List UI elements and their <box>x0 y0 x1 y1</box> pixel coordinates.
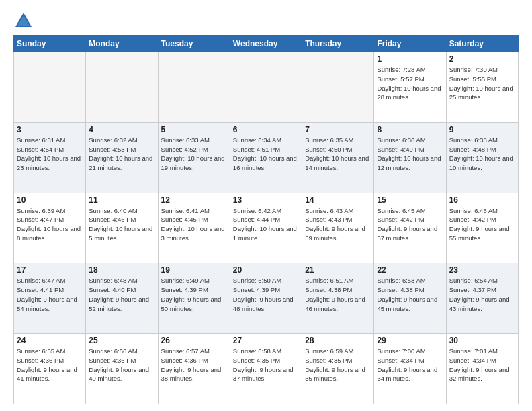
day-number: 22 <box>377 265 443 275</box>
week-row-3: 17Sunrise: 6:47 AM Sunset: 4:41 PM Dayli… <box>14 263 519 334</box>
day-info: Sunrise: 6:58 AM Sunset: 4:35 PM Dayligh… <box>233 347 299 383</box>
day-info: Sunrise: 6:38 AM Sunset: 4:48 PM Dayligh… <box>449 136 515 173</box>
calendar-cell <box>86 52 158 123</box>
logo-icon <box>13 11 34 31</box>
weekday-header-sunday: Sunday <box>14 36 86 52</box>
day-info: Sunrise: 6:55 AM Sunset: 4:36 PM Dayligh… <box>17 347 83 383</box>
calendar-cell: 4Sunrise: 6:32 AM Sunset: 4:53 PM Daylig… <box>86 122 158 193</box>
calendar-cell: 23Sunrise: 6:54 AM Sunset: 4:37 PM Dayli… <box>446 263 518 334</box>
day-info: Sunrise: 7:28 AM Sunset: 5:57 PM Dayligh… <box>377 65 443 102</box>
weekday-header-tuesday: Tuesday <box>158 36 230 52</box>
weekday-header-row: SundayMondayTuesdayWednesdayThursdayFrid… <box>14 36 519 52</box>
calendar-cell: 9Sunrise: 6:38 AM Sunset: 4:48 PM Daylig… <box>446 122 518 193</box>
weekday-header-thursday: Thursday <box>302 36 374 52</box>
day-info: Sunrise: 6:42 AM Sunset: 4:44 PM Dayligh… <box>233 206 299 243</box>
calendar-cell: 24Sunrise: 6:55 AM Sunset: 4:36 PM Dayli… <box>14 334 86 404</box>
day-number: 15 <box>377 195 443 205</box>
day-info: Sunrise: 6:36 AM Sunset: 4:49 PM Dayligh… <box>377 136 443 173</box>
day-number: 20 <box>233 265 299 275</box>
calendar-cell: 2Sunrise: 7:30 AM Sunset: 5:55 PM Daylig… <box>446 52 518 123</box>
weekday-header-monday: Monday <box>86 36 158 52</box>
calendar-cell: 18Sunrise: 6:48 AM Sunset: 4:40 PM Dayli… <box>86 263 158 334</box>
day-number: 13 <box>233 195 299 205</box>
day-info: Sunrise: 6:41 AM Sunset: 4:45 PM Dayligh… <box>161 206 227 243</box>
weekday-header-friday: Friday <box>374 36 446 52</box>
day-number: 12 <box>161 195 227 205</box>
day-info: Sunrise: 6:54 AM Sunset: 4:37 PM Dayligh… <box>449 276 515 313</box>
day-number: 16 <box>449 195 515 205</box>
calendar-cell: 28Sunrise: 6:59 AM Sunset: 4:35 PM Dayli… <box>302 334 374 404</box>
day-number: 28 <box>305 336 371 345</box>
day-info: Sunrise: 6:45 AM Sunset: 4:42 PM Dayligh… <box>377 206 443 243</box>
day-number: 26 <box>161 336 227 345</box>
day-info: Sunrise: 6:51 AM Sunset: 4:38 PM Dayligh… <box>305 276 371 313</box>
calendar-cell: 29Sunrise: 7:00 AM Sunset: 4:34 PM Dayli… <box>374 334 446 404</box>
calendar-cell <box>230 52 302 123</box>
day-info: Sunrise: 6:49 AM Sunset: 4:39 PM Dayligh… <box>161 276 227 313</box>
day-info: Sunrise: 6:48 AM Sunset: 4:40 PM Dayligh… <box>89 276 154 313</box>
day-info: Sunrise: 7:01 AM Sunset: 4:34 PM Dayligh… <box>449 347 515 383</box>
day-number: 19 <box>161 265 227 275</box>
day-info: Sunrise: 6:53 AM Sunset: 4:38 PM Dayligh… <box>377 276 443 313</box>
week-row-2: 10Sunrise: 6:39 AM Sunset: 4:47 PM Dayli… <box>14 193 519 263</box>
day-number: 6 <box>233 125 299 134</box>
day-info: Sunrise: 6:50 AM Sunset: 4:39 PM Dayligh… <box>233 276 299 313</box>
calendar-cell <box>302 52 374 123</box>
calendar-cell: 8Sunrise: 6:36 AM Sunset: 4:49 PM Daylig… <box>374 122 446 193</box>
week-row-1: 3Sunrise: 6:31 AM Sunset: 4:54 PM Daylig… <box>14 122 519 193</box>
calendar-cell <box>14 52 86 123</box>
day-number: 23 <box>449 265 515 275</box>
day-number: 25 <box>89 336 154 345</box>
weekday-header-wednesday: Wednesday <box>230 36 302 52</box>
day-info: Sunrise: 6:47 AM Sunset: 4:41 PM Dayligh… <box>17 276 83 313</box>
calendar-cell: 30Sunrise: 7:01 AM Sunset: 4:34 PM Dayli… <box>446 334 518 404</box>
day-number: 21 <box>305 265 371 275</box>
day-number: 11 <box>89 195 154 205</box>
calendar-cell <box>158 52 230 123</box>
calendar-cell: 17Sunrise: 6:47 AM Sunset: 4:41 PM Dayli… <box>14 263 86 334</box>
day-number: 10 <box>17 195 83 205</box>
day-number: 4 <box>89 125 154 134</box>
day-number: 9 <box>449 125 515 134</box>
day-info: Sunrise: 6:40 AM Sunset: 4:46 PM Dayligh… <box>89 206 154 243</box>
day-info: Sunrise: 6:34 AM Sunset: 4:51 PM Dayligh… <box>233 136 299 173</box>
logo <box>13 11 36 31</box>
calendar-cell: 21Sunrise: 6:51 AM Sunset: 4:38 PM Dayli… <box>302 263 374 334</box>
calendar-cell: 15Sunrise: 6:45 AM Sunset: 4:42 PM Dayli… <box>374 193 446 263</box>
day-number: 14 <box>305 195 371 205</box>
day-number: 30 <box>449 336 515 345</box>
day-number: 17 <box>17 265 83 275</box>
week-row-0: 1Sunrise: 7:28 AM Sunset: 5:57 PM Daylig… <box>14 52 519 123</box>
day-info: Sunrise: 6:32 AM Sunset: 4:53 PM Dayligh… <box>89 136 154 173</box>
page: SundayMondayTuesdayWednesdayThursdayFrid… <box>0 0 532 411</box>
calendar-cell: 26Sunrise: 6:57 AM Sunset: 4:36 PM Dayli… <box>158 334 230 404</box>
day-number: 29 <box>377 336 443 345</box>
day-info: Sunrise: 6:56 AM Sunset: 4:36 PM Dayligh… <box>89 347 154 383</box>
day-info: Sunrise: 6:46 AM Sunset: 4:42 PM Dayligh… <box>449 206 515 243</box>
calendar-cell: 13Sunrise: 6:42 AM Sunset: 4:44 PM Dayli… <box>230 193 302 263</box>
weekday-header-saturday: Saturday <box>446 36 518 52</box>
day-number: 2 <box>449 54 515 64</box>
day-info: Sunrise: 6:35 AM Sunset: 4:50 PM Dayligh… <box>305 136 371 173</box>
day-info: Sunrise: 6:59 AM Sunset: 4:35 PM Dayligh… <box>305 347 371 383</box>
calendar-cell: 14Sunrise: 6:43 AM Sunset: 4:43 PM Dayli… <box>302 193 374 263</box>
day-number: 7 <box>305 125 371 134</box>
day-number: 8 <box>377 125 443 134</box>
day-info: Sunrise: 7:00 AM Sunset: 4:34 PM Dayligh… <box>377 347 443 383</box>
day-info: Sunrise: 6:31 AM Sunset: 4:54 PM Dayligh… <box>17 136 83 173</box>
calendar-cell: 3Sunrise: 6:31 AM Sunset: 4:54 PM Daylig… <box>14 122 86 193</box>
header <box>13 11 519 31</box>
calendar-cell: 22Sunrise: 6:53 AM Sunset: 4:38 PM Dayli… <box>374 263 446 334</box>
calendar-cell: 5Sunrise: 6:33 AM Sunset: 4:52 PM Daylig… <box>158 122 230 193</box>
day-info: Sunrise: 6:43 AM Sunset: 4:43 PM Dayligh… <box>305 206 371 243</box>
calendar-cell: 19Sunrise: 6:49 AM Sunset: 4:39 PM Dayli… <box>158 263 230 334</box>
day-number: 1 <box>377 54 443 64</box>
day-info: Sunrise: 7:30 AM Sunset: 5:55 PM Dayligh… <box>449 65 515 102</box>
day-number: 5 <box>161 125 227 134</box>
calendar-cell: 10Sunrise: 6:39 AM Sunset: 4:47 PM Dayli… <box>14 193 86 263</box>
week-row-4: 24Sunrise: 6:55 AM Sunset: 4:36 PM Dayli… <box>14 334 519 404</box>
calendar-cell: 1Sunrise: 7:28 AM Sunset: 5:57 PM Daylig… <box>374 52 446 123</box>
calendar-cell: 12Sunrise: 6:41 AM Sunset: 4:45 PM Dayli… <box>158 193 230 263</box>
calendar-cell: 11Sunrise: 6:40 AM Sunset: 4:46 PM Dayli… <box>86 193 158 263</box>
day-info: Sunrise: 6:33 AM Sunset: 4:52 PM Dayligh… <box>161 136 227 173</box>
